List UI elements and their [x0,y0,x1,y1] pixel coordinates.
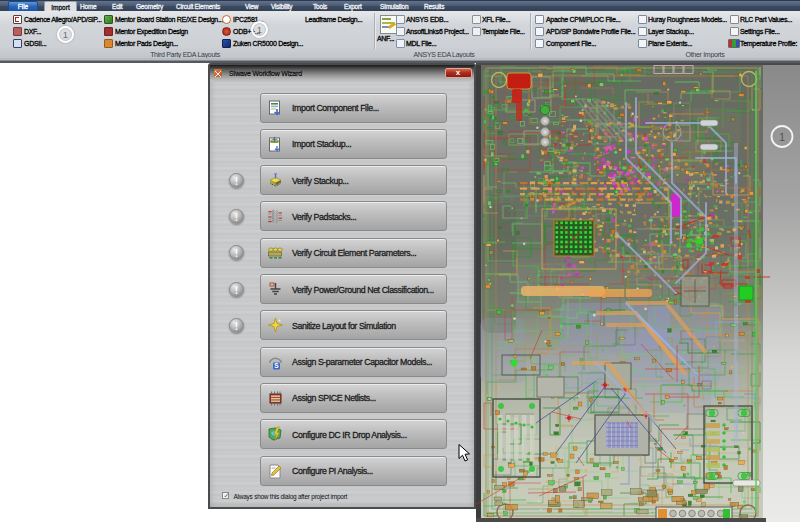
svg-text:1: 1 [779,131,785,143]
svg-text:S: S [274,362,279,369]
